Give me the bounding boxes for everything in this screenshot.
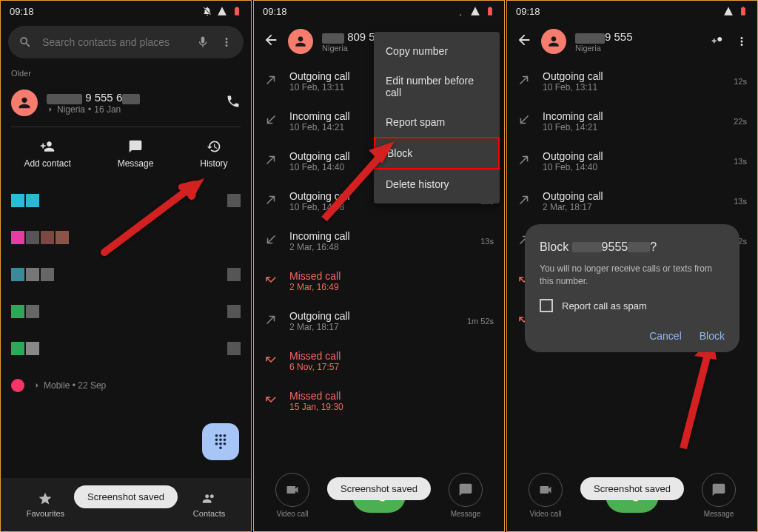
message-icon (458, 482, 473, 497)
panel-dialer-recents: 09:18 Older 9 555 6 Nigeria • 16 Jan Add… (0, 0, 252, 532)
call-log-item[interactable]: Outgoing call2 Mar, 18:1713s (507, 181, 757, 221)
call-timestamp: 10 Feb, 14:21 (543, 122, 723, 132)
message-button[interactable] (449, 473, 483, 507)
list-item[interactable]: Mobile • 22 Sep (1, 367, 251, 404)
call-icon[interactable] (226, 94, 241, 112)
add-person-icon[interactable] (711, 35, 725, 48)
call-type: Outgoing call (543, 70, 723, 82)
call-duration: 13s (734, 197, 747, 206)
panel-call-detail-menu: 09:18 809 555 Nigeria Outgoing call10 Fe… (253, 0, 505, 532)
call-log-item[interactable]: Incoming call10 Feb, 14:2122s (507, 101, 757, 141)
call-type: Incoming call (543, 110, 723, 122)
menu-report-spam[interactable]: Report spam (374, 107, 500, 137)
search-input[interactable] (42, 36, 186, 48)
call-direction-icon (264, 73, 279, 90)
history-button[interactable]: History (200, 139, 227, 169)
call-type: Missed call (543, 270, 737, 282)
list-item[interactable] (1, 330, 251, 367)
list-item[interactable] (1, 293, 251, 330)
call-log-item[interactable]: Missed call2 Mar, 16:49 (254, 261, 504, 301)
add-contact-button[interactable]: Add contact (24, 139, 70, 169)
star-icon (38, 491, 53, 506)
call-timestamp: 10 Feb, 14:40 (543, 162, 723, 172)
call-type: Incoming call (289, 230, 470, 242)
call-timestamp: 2 Mar, 16:48 (289, 242, 470, 252)
call-direction-icon (264, 273, 279, 289)
recent-contact-item[interactable]: 9 555 6 Nigeria • 16 Jan (1, 84, 251, 122)
status-time: 09:18 (10, 6, 34, 17)
older-label: Older (1, 63, 251, 84)
call-log-item[interactable]: Outgoing call2 Mar, 18:1752s (507, 221, 757, 261)
contact-detail-header: 9 555 Nigeria (507, 21, 757, 61)
more-vert-icon[interactable] (735, 35, 748, 48)
annotation-arrow (97, 171, 215, 263)
video-call-button[interactable] (275, 473, 309, 507)
call-log-item[interactable]: Missed call6 Nov, 17:57 (507, 261, 757, 301)
call-log-item[interactable]: Outgoing call2 Mar, 18:171m 52s (254, 301, 504, 341)
panel-block-dialog: 09:18 9 555 Nigeria Outgoing call10 Feb,… (506, 0, 758, 532)
call-direction-icon (264, 113, 279, 129)
status-icons (202, 6, 242, 16)
more-vert-icon[interactable] (220, 36, 233, 49)
avatar (288, 29, 313, 54)
contact-info: 9 555 6 Nigeria • 16 Jan (47, 91, 217, 114)
call-log-item[interactable]: Outgoing call10 Feb, 14:4013s (507, 141, 757, 181)
call-timestamp: 6 Nov, 17:57 (289, 362, 483, 372)
call-log-item[interactable]: Incoming call2 Mar, 16:4813s (254, 221, 504, 261)
dialpad-fab[interactable] (202, 423, 239, 460)
back-button[interactable] (263, 32, 279, 51)
search-icon (19, 36, 32, 49)
status-time: 09:18 (516, 6, 540, 17)
videocam-icon (285, 482, 300, 497)
avatar (11, 90, 38, 116)
call-direction-icon (264, 353, 279, 369)
status-bar: 09:18 (507, 1, 757, 21)
call-timestamp: 2 Mar, 16:49 (289, 282, 483, 292)
call-direction-icon (264, 193, 279, 209)
back-button[interactable] (516, 32, 532, 51)
call-timestamp: 6 Nov, 17:57 (543, 282, 737, 292)
call-timestamp: 10 Feb, 13:11 (543, 82, 723, 92)
call-timestamp: 15 Jan, 19:30 (289, 402, 483, 412)
screenshot-toast: Screenshot saved (74, 485, 178, 508)
call-duration: 13s (480, 237, 494, 246)
call-direction-icon (517, 153, 532, 169)
nav-contacts[interactable]: Contacts (193, 491, 225, 518)
video-call-button[interactable] (529, 473, 563, 507)
add-person-icon (40, 139, 55, 154)
call-type: Missed call (289, 270, 483, 282)
call-type: Outgoing call (543, 230, 723, 242)
call-type: Outgoing call (543, 190, 723, 202)
call-direction-icon (264, 313, 279, 329)
message-button[interactable]: Message (118, 139, 154, 169)
mic-icon[interactable] (196, 36, 209, 49)
call-duration: 52s (734, 237, 747, 246)
call-direction-icon (517, 313, 532, 329)
status-bar: 09:18 (254, 1, 504, 21)
divider (11, 127, 241, 127)
call-direction-icon (517, 113, 532, 129)
message-button[interactable] (702, 473, 736, 507)
annotation-arrow (313, 134, 402, 226)
call-duration: 22s (734, 117, 747, 126)
bottom-action-bar: Video call Message Screenshot saved (507, 464, 757, 531)
call-direction-icon (517, 233, 532, 249)
call-direction-icon (517, 273, 532, 289)
nav-favourites[interactable]: Favourites (27, 491, 64, 518)
call-log-item[interactable]: Missed call15 Jan, 19:30 (254, 381, 504, 421)
call-direction-icon (517, 193, 532, 209)
notif-off-icon (202, 6, 212, 16)
menu-edit-number[interactable]: Edit number before call (374, 66, 500, 107)
message-icon (128, 139, 143, 154)
call-duration: 1m 52s (467, 317, 494, 326)
battery-low-icon (232, 6, 242, 16)
search-bar[interactable] (8, 26, 244, 58)
call-log-item[interactable]: Missed call6 Nov, 17:57 (254, 341, 504, 381)
bottom-nav: Favourites Recent Contacts Screenshot sa… (1, 478, 251, 531)
call-log-item[interactable]: Outgoing call10 Feb, 13:1112s (507, 61, 757, 101)
call-type: Outgoing call (289, 310, 457, 322)
screenshot-toast: Screenshot saved (580, 477, 684, 500)
call-timestamp: 15 Jan, 19:30 (543, 322, 737, 332)
menu-copy-number[interactable]: Copy number (374, 36, 500, 66)
status-bar: 09:18 (1, 1, 251, 21)
